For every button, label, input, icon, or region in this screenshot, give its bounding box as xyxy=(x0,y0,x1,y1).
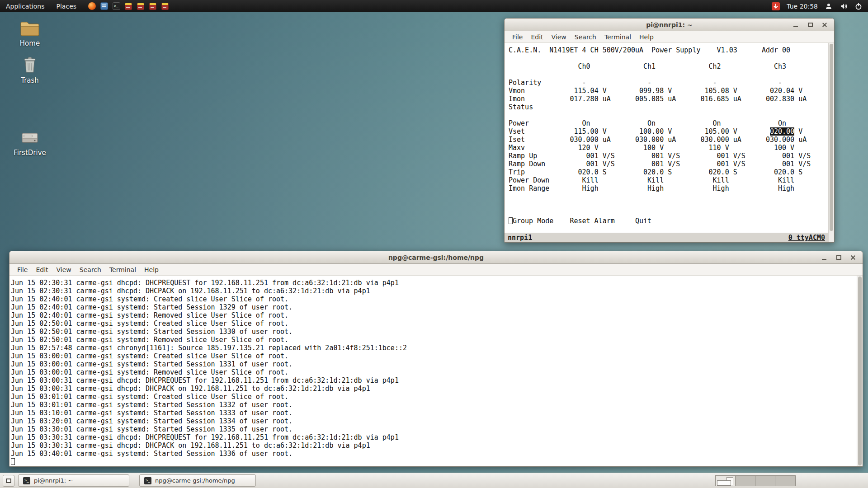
window-buttons xyxy=(792,21,834,29)
scrollbar[interactable] xyxy=(828,43,834,242)
menu-search[interactable]: Search xyxy=(571,31,600,43)
workspace-2[interactable] xyxy=(736,476,755,486)
file-manager-launcher-icon[interactable] xyxy=(100,2,108,10)
midas-app-icon xyxy=(161,3,169,10)
menu-terminal[interactable]: Terminal xyxy=(105,264,140,276)
terminal-window-pi: pi@nnrpi1: ~ FileEditViewSearchTerminalH… xyxy=(504,18,835,243)
terminal-screen: C.A.E.N. N1419ET 4 CH 500V/200uA Power S… xyxy=(505,43,828,233)
panel-status-area: Tue 20:58 xyxy=(772,2,868,10)
log-line: Jun 15 02:50:01 carme-gsi systemd: Start… xyxy=(11,328,857,336)
workspace-1[interactable] xyxy=(716,476,736,486)
workspace-4[interactable] xyxy=(775,476,795,486)
workspace-3[interactable] xyxy=(755,476,775,486)
desktop-icon-label: Home xyxy=(10,39,50,47)
desktop-icon-firstdrive[interactable]: FirstDrive xyxy=(10,127,50,157)
close-button[interactable] xyxy=(821,21,829,29)
window-title: npg@carme-gsi:/home/npg xyxy=(9,254,863,261)
browser-launcher-icon[interactable] xyxy=(88,2,96,10)
taskbar-button-label: pi@nnrpi1: ~ xyxy=(34,477,73,484)
places-menu[interactable]: Places xyxy=(51,0,83,12)
menu-help[interactable]: Help xyxy=(140,264,163,276)
maximize-button[interactable] xyxy=(806,21,814,29)
terminal-line: Group Mode Reset Alarm Quit xyxy=(509,217,828,225)
log-line: Jun 15 02:40:01 carme-gsi systemd: Creat… xyxy=(11,295,857,303)
terminal-text: Vset 115.00 V 100.00 V 105.00 V xyxy=(509,127,770,136)
volume-icon[interactable] xyxy=(840,2,848,10)
log-line: Jun 15 02:50:01 carme-gsi systemd: Remov… xyxy=(11,336,857,344)
terminal-icon: >_ xyxy=(23,477,30,484)
terminal-text: Vmon 115.04 V 099.98 V 105.08 V 020.04 V xyxy=(509,87,802,95)
show-desktop-button[interactable] xyxy=(3,475,14,487)
clock[interactable]: Tue 20:58 xyxy=(787,3,818,10)
terminal-cursor xyxy=(509,217,513,224)
close-button[interactable] xyxy=(849,253,857,262)
window-title: pi@nnrpi1: ~ xyxy=(505,21,834,28)
terminal-body[interactable]: Jun 15 02:30:31 carme-gsi dhcpd: DHCPREQ… xyxy=(9,276,863,466)
menu-file[interactable]: File xyxy=(508,31,527,43)
terminal-line xyxy=(509,209,828,217)
taskbar-button-pi[interactable]: >_ pi@nnrpi1: ~ xyxy=(18,474,129,487)
midas-app-2-launcher-icon[interactable] xyxy=(137,2,145,10)
terminal-status-bar: nnrpi1 0 ttyACM0 xyxy=(505,233,828,242)
terminal-text: Ramp Up 001 V/S 001 V/S 001 V/S 001 V/S xyxy=(509,152,811,160)
menu-view[interactable]: View xyxy=(52,264,75,276)
power-icon[interactable] xyxy=(854,2,863,10)
desktop-icon-home[interactable]: Home xyxy=(10,18,50,47)
minimize-button[interactable] xyxy=(820,253,828,262)
browser-icon xyxy=(88,2,96,10)
minimize-button[interactable] xyxy=(792,21,800,29)
titlebar[interactable]: pi@nnrpi1: ~ xyxy=(505,19,834,31)
log-line: Jun 15 03:01:01 carme-gsi systemd: Creat… xyxy=(11,393,857,401)
menu-edit[interactable]: Edit xyxy=(32,264,52,276)
midas-app-3-launcher-icon[interactable] xyxy=(149,2,157,10)
alert-indicator-icon[interactable] xyxy=(772,2,780,10)
log-line: Jun 15 02:30:31 carme-gsi dhcpd: DHCPREQ… xyxy=(11,279,857,287)
log-line: Jun 15 03:00:01 carme-gsi systemd: Start… xyxy=(11,360,857,368)
log-line: Jun 15 02:57:48 carme-gsi chronyd[1161]:… xyxy=(11,344,857,352)
scrollbar[interactable] xyxy=(857,276,863,466)
status-tty: 0 ttyACM0 xyxy=(788,234,825,242)
terminal-text: V xyxy=(794,127,802,136)
terminal-text xyxy=(553,217,570,225)
log-line: Jun 15 03:01:01 carme-gsi systemd: Start… xyxy=(11,401,857,409)
menu-help[interactable]: Help xyxy=(635,31,658,43)
log-line: Jun 15 03:00:01 carme-gsi systemd: Creat… xyxy=(11,352,857,360)
taskbar: >_ pi@nnrpi1: ~ >_ npg@carme-gsi:/home/n… xyxy=(0,473,868,488)
taskbar-button-npg[interactable]: >_ npg@carme-gsi:/home/npg xyxy=(139,474,256,487)
panel-launchers: >_ xyxy=(88,2,169,10)
titlebar[interactable]: npg@carme-gsi:/home/npg xyxy=(9,251,863,264)
menu-view[interactable]: View xyxy=(547,31,571,43)
tui-button-group-mode[interactable]: Group Mode xyxy=(513,217,553,225)
terminal-icon: >_ xyxy=(113,2,120,10)
menu-file[interactable]: File xyxy=(13,264,32,276)
menu-edit[interactable]: Edit xyxy=(527,31,547,43)
terminal-body[interactable]: C.A.E.N. N1419ET 4 CH 500V/200uA Power S… xyxy=(505,43,834,242)
log-line: Jun 15 03:10:01 carme-gsi systemd: Start… xyxy=(11,409,857,417)
midas-app-1-launcher-icon[interactable] xyxy=(124,2,132,10)
user-icon[interactable] xyxy=(825,2,833,10)
scrollbar-thumb[interactable] xyxy=(830,44,833,231)
terminal-text: Imon 017.280 uA 005.085 uA 016.685 uA 00… xyxy=(509,95,807,103)
log-line: Jun 15 03:00:01 carme-gsi systemd: Remov… xyxy=(11,368,857,376)
scrollbar-thumb[interactable] xyxy=(858,277,862,465)
log-line: Jun 15 02:40:01 carme-gsi systemd: Remov… xyxy=(11,311,857,319)
terminal-line: Status xyxy=(509,103,828,111)
tui-button-reset-alarm[interactable]: Reset Alarm xyxy=(570,217,614,225)
midas-app-4-launcher-icon[interactable] xyxy=(161,2,169,10)
tui-button-quit[interactable]: Quit xyxy=(635,217,651,225)
menu-terminal[interactable]: Terminal xyxy=(600,31,635,43)
terminal-text: Imon Range High High High High xyxy=(509,184,794,192)
applications-menu[interactable]: Applications xyxy=(0,0,51,12)
terminal-line xyxy=(509,201,828,209)
terminal-line: Maxv 120 V 100 V 110 V 100 V xyxy=(509,144,828,152)
terminal-launcher-icon[interactable]: >_ xyxy=(112,2,120,10)
menubar: FileEditViewSearchTerminalHelp xyxy=(505,31,834,43)
terminal-line: Trip 020.0 S 020.0 S 020.0 S 020.0 S xyxy=(509,168,828,176)
window-buttons xyxy=(820,253,863,262)
minimize-icon xyxy=(822,259,826,260)
workspace-switcher xyxy=(715,475,796,486)
maximize-button[interactable] xyxy=(835,253,843,262)
desktop-icon-trash[interactable]: Trash xyxy=(10,55,50,84)
menu-search[interactable]: Search xyxy=(75,264,105,276)
top-panel: Applications Places >_ Tue 20:58 xyxy=(0,0,868,12)
